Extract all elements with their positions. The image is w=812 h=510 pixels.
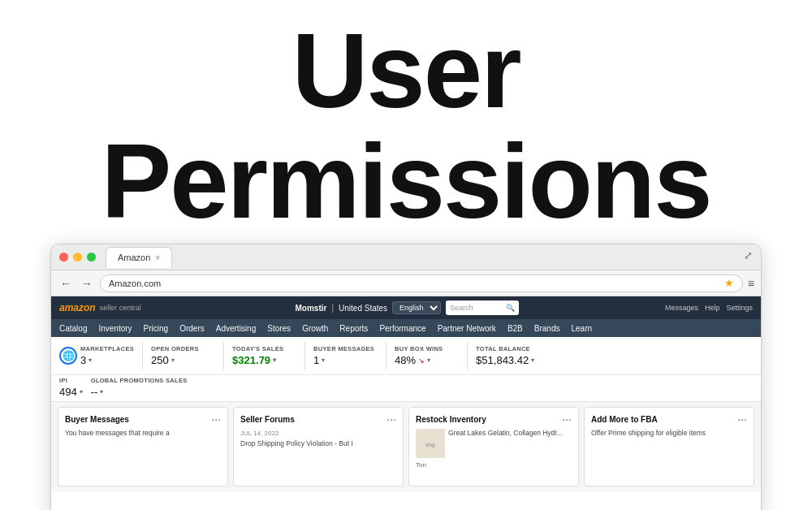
- chevron-icon: ▾: [273, 357, 276, 364]
- ipi-value: 494 ▾: [59, 386, 83, 398]
- chevron-icon: ▾: [80, 388, 83, 395]
- back-button[interactable]: ←: [58, 277, 74, 290]
- open-orders-label: OPEN ORDERS: [151, 345, 215, 352]
- nav-orders[interactable]: Orders: [179, 324, 205, 333]
- total-balance-label: TOTAL BALANCE: [476, 345, 541, 352]
- search-icon: 🔍: [506, 304, 515, 312]
- chevron-icon: ▾: [171, 357, 175, 364]
- add-more-fba-widget-title: Add More to FBA: [591, 415, 658, 424]
- restock-product-name: Great Lakes Gelatin, Collagen Hydr...: [448, 429, 563, 439]
- browser-window: Amazon × ⤢ ← → Amazon.com ★ ≡ amazon sel…: [50, 244, 762, 510]
- store-separator: |: [331, 304, 334, 313]
- close-traffic-light[interactable]: [59, 253, 68, 261]
- seller-forums-menu-icon[interactable]: ···: [387, 413, 396, 426]
- help-link[interactable]: Help: [705, 304, 720, 312]
- tab-label: Amazon: [118, 253, 150, 262]
- widget-restock-inventory: Restock Inventory ··· img Great Lakes Ge…: [408, 407, 579, 486]
- restock-inventory-widget-body: img Great Lakes Gelatin, Collagen Hydr..…: [416, 429, 572, 469]
- page-title: User Permissions: [101, 15, 710, 237]
- nav-growth[interactable]: Growth: [302, 324, 328, 333]
- metrics-row-2: IPI 494 ▾ GLOBAL PROMOTIONS SALES -- ▾: [51, 375, 761, 402]
- tab-close-icon[interactable]: ×: [155, 253, 160, 262]
- todays-sales-label: TODAY'S SALES: [232, 345, 296, 352]
- sc-header-links: Messages Help Settings: [665, 304, 753, 312]
- buyer-messages-value: 1 ▾: [313, 354, 378, 366]
- widget-seller-forums: Seller Forums ··· JUL 14, 2022 Drop Ship…: [233, 407, 404, 486]
- seller-forums-date: JUL 14, 2022: [240, 429, 396, 438]
- metric-global-promotions: GLOBAL PROMOTIONS SALES -- ▾: [91, 377, 188, 398]
- language-select[interactable]: English: [392, 301, 441, 314]
- buyer-messages-label: BUYER MESSAGES: [313, 345, 378, 352]
- metric-todays-sales: TODAY'S SALES $321.79 ▾: [232, 342, 305, 370]
- sc-mainnav: Catalog Inventory Pricing Orders Adverti…: [51, 319, 761, 337]
- metric-total-balance: TOTAL BALANCE $51,843.42 ▾: [476, 342, 549, 370]
- minimize-traffic-light[interactable]: [73, 253, 82, 261]
- chevron-icon: ▾: [322, 357, 325, 364]
- seller-central-label: seller central: [100, 304, 141, 312]
- store-country: United States: [339, 304, 387, 313]
- seller-central-content: amazon seller central Momstir | United S…: [51, 296, 761, 510]
- marketplaces-label: MARKETPLACES: [80, 345, 134, 352]
- widget-add-more-fba: Add More to FBA ··· Offer Prime shipping…: [584, 407, 754, 486]
- traffic-lights: [59, 253, 96, 261]
- trend-down-icon: ↘: [418, 357, 425, 365]
- store-name: Momstir: [296, 304, 327, 313]
- metrics-row-1: 🌐 MARKETPLACES 3 ▾ OPEN ORDERS 250 ▾ TOD…: [51, 337, 761, 375]
- amazon-logo-text: amazon: [59, 302, 96, 313]
- address-bar[interactable]: Amazon.com ★: [100, 274, 743, 292]
- nav-inventory[interactable]: Inventory: [98, 324, 132, 333]
- address-bar-row: ← → Amazon.com ★ ≡: [51, 270, 761, 296]
- metric-marketplaces: 🌐 MARKETPLACES 3 ▾: [59, 342, 143, 370]
- restock-image-row: img Great Lakes Gelatin, Collagen Hydr..…: [416, 429, 572, 458]
- widget-seller-forums-header: Seller Forums ···: [240, 413, 396, 426]
- global-promotions-value: -- ▾: [91, 386, 188, 398]
- forward-button[interactable]: →: [79, 277, 95, 290]
- svg-text:img: img: [425, 442, 434, 448]
- browser-menu-icon[interactable]: ≡: [748, 277, 754, 290]
- metric-buy-box-wins: BUY BOX WINS 48% ↘ ▾: [395, 342, 468, 370]
- settings-link[interactable]: Settings: [726, 304, 753, 312]
- nav-b2b[interactable]: B2B: [508, 324, 523, 333]
- sc-topnav: amazon seller central Momstir | United S…: [51, 296, 761, 319]
- messages-link[interactable]: Messages: [665, 304, 698, 312]
- open-orders-value: 250 ▾: [151, 354, 215, 366]
- amazon-logo: amazon seller central: [59, 302, 141, 313]
- widget-buyer-messages: Buyer Messages ··· You have messages tha…: [58, 407, 228, 486]
- global-promotions-label: GLOBAL PROMOTIONS SALES: [91, 377, 188, 384]
- nav-performance[interactable]: Performance: [379, 324, 425, 333]
- buyer-messages-menu-icon[interactable]: ···: [211, 413, 221, 426]
- buyer-messages-widget-body: You have messages that require a: [65, 429, 221, 439]
- widget-restock-inventory-header: Restock Inventory ···: [416, 413, 572, 426]
- bookmark-icon[interactable]: ★: [724, 277, 734, 289]
- buy-box-wins-value: 48% ↘ ▾: [395, 354, 459, 366]
- buyer-messages-widget-title: Buyer Messages: [65, 415, 129, 424]
- tab-bar: Amazon ×: [106, 247, 753, 268]
- nav-learn[interactable]: Learn: [571, 324, 592, 333]
- nav-partner-network[interactable]: Partner Network: [438, 324, 496, 333]
- title-line2: Permissions: [101, 122, 710, 240]
- chevron-icon: ▾: [531, 357, 534, 364]
- add-more-fba-widget-body: Offer Prime shipping for eligible items: [591, 429, 747, 439]
- chevron-icon: ▾: [427, 357, 430, 364]
- todays-sales-value: $321.79 ▾: [232, 354, 296, 366]
- address-text: Amazon.com: [109, 279, 721, 288]
- seller-forums-widget-title: Seller Forums: [240, 415, 295, 424]
- nav-catalog[interactable]: Catalog: [59, 324, 87, 333]
- nav-advertising[interactable]: Advertising: [216, 324, 256, 333]
- metric-buyer-messages: BUYER MESSAGES 1 ▾: [313, 342, 387, 370]
- nav-brands[interactable]: Brands: [534, 324, 560, 333]
- seller-forums-widget-body: JUL 14, 2022 Drop Shipping Policy Violat…: [240, 429, 396, 449]
- restock-inventory-widget-title: Restock Inventory: [416, 415, 486, 424]
- title-area: User Permissions: [0, 0, 812, 252]
- chevron-icon: ▾: [100, 388, 103, 395]
- browser-tab[interactable]: Amazon ×: [106, 247, 172, 268]
- restock-inventory-menu-icon[interactable]: ···: [562, 413, 572, 426]
- nav-reports[interactable]: Reports: [339, 324, 368, 333]
- nav-pricing[interactable]: Pricing: [144, 324, 169, 333]
- nav-stores[interactable]: Stores: [267, 324, 291, 333]
- title-line1: User: [292, 11, 520, 130]
- add-more-fba-menu-icon[interactable]: ···: [737, 413, 747, 426]
- expand-icon[interactable]: ⤢: [744, 249, 753, 261]
- buy-box-wins-label: BUY BOX WINS: [395, 345, 459, 352]
- maximize-traffic-light[interactable]: [87, 253, 96, 261]
